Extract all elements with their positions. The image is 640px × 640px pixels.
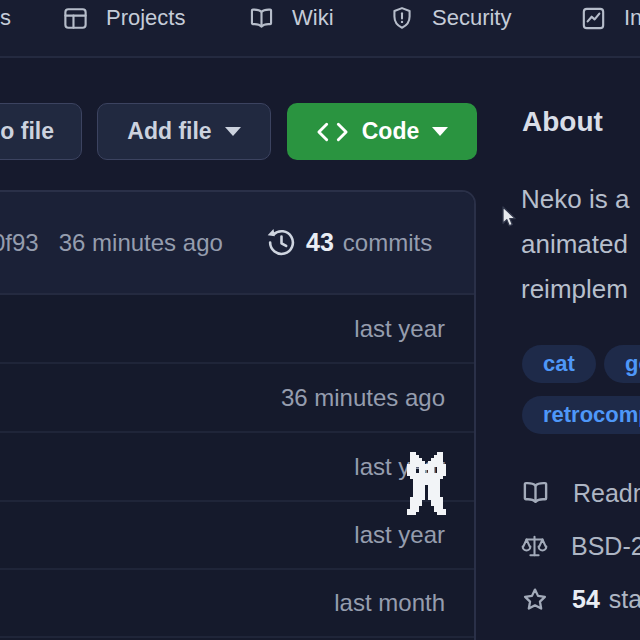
commits-label: commits xyxy=(343,229,432,257)
book-icon xyxy=(520,478,551,508)
table-row[interactable]: last year xyxy=(0,295,474,364)
neko-cat-sprite xyxy=(407,452,446,515)
license-label: BSD-2 xyxy=(571,532,640,561)
go-to-file-label: o file xyxy=(0,118,54,145)
table-row[interactable]: last year xyxy=(0,433,474,502)
commit-hash[interactable]: 0f93 xyxy=(0,229,39,257)
add-file-label: Add file xyxy=(127,118,211,145)
code-brackets-icon xyxy=(316,121,349,143)
code-label: Code xyxy=(362,118,420,145)
row-updated-time: last year xyxy=(354,521,445,549)
tab-security[interactable]: Security xyxy=(389,2,511,34)
table-icon xyxy=(62,5,89,32)
chevron-down-icon xyxy=(225,127,241,136)
table-row[interactable]: last year xyxy=(0,502,474,570)
chevron-down-icon xyxy=(432,127,448,136)
tab-insights[interactable]: In xyxy=(580,2,640,34)
stars-count: 54 xyxy=(572,585,600,613)
tab-security-label: Security xyxy=(432,5,511,31)
latest-commit-info: 0f93 36 minutes ago xyxy=(0,192,223,293)
nav-partial-label: s xyxy=(0,5,11,31)
tab-insights-label: In xyxy=(624,5,640,31)
license-link[interactable]: BSD-2 xyxy=(520,531,640,562)
code-button[interactable]: Code xyxy=(287,103,477,160)
repo-tab-bar: s Projects Wiki Securit xyxy=(0,0,640,58)
readme-link[interactable]: Readm xyxy=(520,478,640,508)
file-table-panel: 0f93 36 minutes ago 43 commits last year… xyxy=(0,190,476,640)
topic-tag-cat[interactable]: cat xyxy=(522,345,596,383)
about-description-line: reimplem xyxy=(521,267,629,312)
stars-link[interactable]: 54sta xyxy=(520,585,640,614)
commits-count: 43 xyxy=(306,228,334,257)
row-updated-time: last year xyxy=(354,315,445,343)
shield-icon xyxy=(389,5,415,31)
star-icon xyxy=(520,585,550,614)
about-heading: About xyxy=(522,106,603,138)
topic-tag-retrocomputing[interactable]: retrocomp xyxy=(522,396,640,434)
table-row[interactable]: 36 minutes ago xyxy=(0,364,474,433)
tab-wiki[interactable]: Wiki xyxy=(248,2,334,34)
commit-time: 36 minutes ago xyxy=(59,229,223,257)
stars-label: sta xyxy=(609,585,640,613)
tab-projects-label: Projects xyxy=(106,5,185,31)
about-description-line: animated xyxy=(521,222,629,267)
add-file-button[interactable]: Add file xyxy=(97,103,271,160)
latest-commit-bar: 0f93 36 minutes ago 43 commits xyxy=(0,192,474,295)
go-to-file-button[interactable]: o file xyxy=(0,103,82,160)
file-table-rows: last year 36 minutes ago last year last … xyxy=(0,295,474,638)
row-updated-time: 36 minutes ago xyxy=(281,384,445,412)
row-updated-time: last month xyxy=(334,589,445,617)
topic-tag-go[interactable]: go xyxy=(604,345,640,383)
about-description-line: Neko is a xyxy=(521,177,629,222)
tab-wiki-label: Wiki xyxy=(292,5,334,31)
nav-item-partial-left[interactable]: s xyxy=(0,2,11,34)
graph-icon xyxy=(580,5,607,32)
readme-label: Readm xyxy=(573,479,640,508)
history-clock-icon xyxy=(266,227,297,258)
about-description: Neko is a animated reimplem xyxy=(521,177,629,312)
table-row[interactable]: last month xyxy=(0,570,474,638)
mouse-cursor xyxy=(502,206,518,228)
tab-projects[interactable]: Projects xyxy=(62,2,185,34)
commit-history-link[interactable]: 43 commits xyxy=(266,192,432,293)
book-icon xyxy=(248,5,275,32)
law-scales-icon xyxy=(520,531,549,562)
